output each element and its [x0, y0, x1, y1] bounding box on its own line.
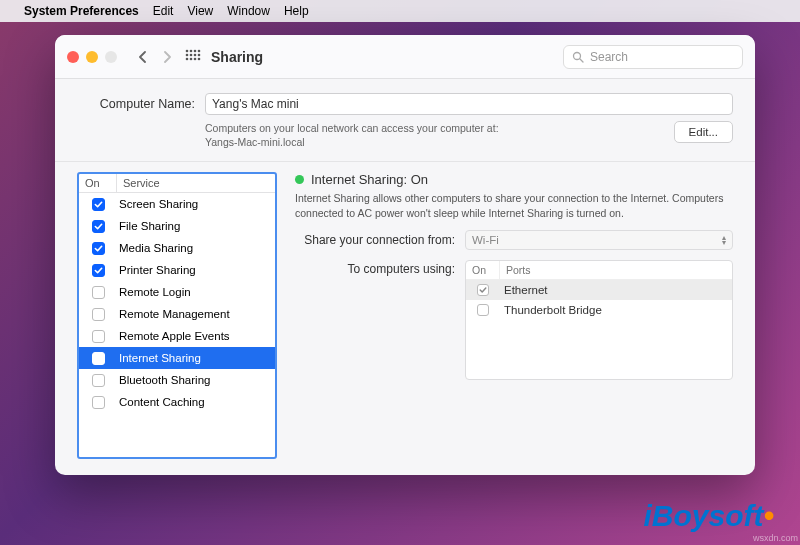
services-header: On Service	[79, 174, 275, 193]
services-header-service: Service	[117, 174, 275, 192]
ports-header: On Ports	[466, 261, 732, 280]
service-checkbox[interactable]	[92, 264, 105, 277]
watermark-logo: iBoysoft•	[643, 499, 774, 533]
share-from-value: Wi-Fi	[472, 234, 499, 246]
status-line: Internet Sharing: On	[295, 172, 733, 187]
menu-edit[interactable]: Edit	[153, 4, 174, 18]
svg-point-0	[186, 49, 189, 52]
service-checkbox[interactable]	[92, 352, 105, 365]
computer-name-subtext: Computers on your local network can acce…	[205, 121, 658, 149]
titlebar: Sharing Search	[55, 35, 755, 79]
port-row[interactable]: Ethernet	[466, 280, 732, 300]
ports-header-ports: Ports	[500, 261, 732, 279]
forward-button[interactable]	[155, 45, 179, 69]
service-row[interactable]: Printer Sharing	[79, 259, 275, 281]
service-row[interactable]: Bluetooth Sharing	[79, 369, 275, 391]
detail-panel: Internet Sharing: On Internet Sharing al…	[295, 172, 733, 459]
share-from-select[interactable]: Wi-Fi ▴▾	[465, 230, 733, 250]
service-label: Remote Apple Events	[117, 330, 275, 342]
service-label: Media Sharing	[117, 242, 275, 254]
service-row[interactable]: Remote Apple Events	[79, 325, 275, 347]
show-all-icon[interactable]	[185, 49, 201, 65]
menu-view[interactable]: View	[187, 4, 213, 18]
service-row[interactable]: Content Caching	[79, 391, 275, 413]
to-computers-row: To computers using: On Ports EthernetThu…	[295, 260, 733, 380]
menu-help[interactable]: Help	[284, 4, 309, 18]
search-placeholder: Search	[590, 50, 628, 64]
menubar: System Preferences Edit View Window Help	[0, 0, 800, 22]
status-dot-icon	[295, 175, 304, 184]
svg-point-7	[198, 53, 201, 56]
service-checkbox[interactable]	[92, 374, 105, 387]
window-body: Computer Name: Yang's Mac mini Computers…	[55, 79, 755, 475]
port-label: Ethernet	[500, 284, 732, 296]
chevron-updown-icon: ▴▾	[722, 235, 726, 245]
search-icon	[572, 51, 584, 63]
port-checkbox[interactable]	[477, 284, 489, 296]
service-row[interactable]: Remote Management	[79, 303, 275, 325]
ports-header-on: On	[466, 261, 500, 279]
to-computers-label: To computers using:	[295, 260, 465, 276]
svg-point-5	[190, 53, 193, 56]
service-checkbox[interactable]	[92, 330, 105, 343]
service-label: Internet Sharing	[117, 352, 275, 364]
edit-button[interactable]: Edit...	[674, 121, 733, 143]
svg-point-9	[190, 57, 193, 60]
service-label: Screen Sharing	[117, 198, 275, 210]
menu-window[interactable]: Window	[227, 4, 270, 18]
port-label: Thunderbolt Bridge	[500, 304, 732, 316]
svg-point-3	[198, 49, 201, 52]
minimize-button[interactable]	[86, 51, 98, 63]
service-checkbox[interactable]	[92, 308, 105, 321]
window-title: Sharing	[211, 49, 263, 65]
close-button[interactable]	[67, 51, 79, 63]
svg-point-4	[186, 53, 189, 56]
service-label: Remote Login	[117, 286, 275, 298]
computer-name-row: Computer Name: Yang's Mac mini	[77, 93, 733, 115]
service-checkbox[interactable]	[92, 242, 105, 255]
port-row[interactable]: Thunderbolt Bridge	[466, 300, 732, 320]
preferences-window: Sharing Search Computer Name: Yang's Mac…	[55, 35, 755, 475]
service-checkbox[interactable]	[92, 198, 105, 211]
ports-list: On Ports EthernetThunderbolt Bridge	[465, 260, 733, 380]
computer-name-value: Yang's Mac mini	[212, 97, 299, 111]
service-label: Bluetooth Sharing	[117, 374, 275, 386]
computer-name-input[interactable]: Yang's Mac mini	[205, 93, 733, 115]
share-from-row: Share your connection from: Wi-Fi ▴▾	[295, 230, 733, 250]
service-row[interactable]: Media Sharing	[79, 237, 275, 259]
service-row[interactable]: Internet Sharing	[79, 347, 275, 369]
watermark-source: wsxdn.com	[753, 533, 798, 543]
svg-point-10	[194, 57, 197, 60]
service-row[interactable]: Remote Login	[79, 281, 275, 303]
service-row[interactable]: Screen Sharing	[79, 193, 275, 215]
status-label: Internet Sharing: On	[311, 172, 428, 187]
svg-point-2	[194, 49, 197, 52]
service-label: Remote Management	[117, 308, 275, 320]
svg-point-1	[190, 49, 193, 52]
search-input[interactable]: Search	[563, 45, 743, 69]
svg-point-11	[198, 57, 201, 60]
services-header-on: On	[79, 174, 117, 192]
service-checkbox[interactable]	[92, 220, 105, 233]
divider	[55, 161, 755, 162]
service-checkbox[interactable]	[92, 396, 105, 409]
zoom-button[interactable]	[105, 51, 117, 63]
status-description: Internet Sharing allows other computers …	[295, 191, 733, 219]
svg-line-13	[580, 59, 583, 62]
service-label: File Sharing	[117, 220, 275, 232]
port-checkbox[interactable]	[477, 304, 489, 316]
services-list: On Service Screen SharingFile SharingMed…	[77, 172, 277, 459]
menubar-app[interactable]: System Preferences	[24, 4, 139, 18]
computer-name-label: Computer Name:	[77, 97, 205, 111]
service-checkbox[interactable]	[92, 286, 105, 299]
service-label: Content Caching	[117, 396, 275, 408]
share-from-label: Share your connection from:	[295, 233, 465, 247]
service-label: Printer Sharing	[117, 264, 275, 276]
svg-point-6	[194, 53, 197, 56]
service-row[interactable]: File Sharing	[79, 215, 275, 237]
back-button[interactable]	[131, 45, 155, 69]
traffic-lights	[67, 51, 117, 63]
svg-point-12	[574, 52, 581, 59]
svg-point-8	[186, 57, 189, 60]
